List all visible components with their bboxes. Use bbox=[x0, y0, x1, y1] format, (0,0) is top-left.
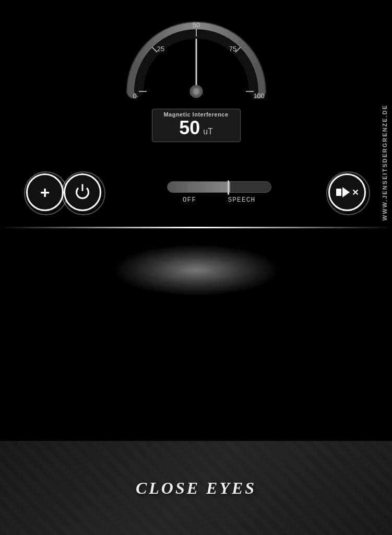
readout-box: Magnetic Interference 50 uT bbox=[152, 109, 241, 142]
power-icon bbox=[74, 184, 91, 201]
toggle-off-label: OFF bbox=[183, 196, 196, 204]
svg-text:100: 100 bbox=[253, 92, 265, 99]
toggle-thumb bbox=[228, 180, 229, 195]
toggle-fill bbox=[168, 182, 230, 192]
svg-text:0: 0 bbox=[133, 92, 136, 99]
volume-icon: ✕ bbox=[336, 187, 359, 197]
readout-value-row: 50 uT bbox=[159, 119, 234, 137]
gauge-svg: 0 25 50 75 100 bbox=[123, 16, 269, 99]
gauge-section: 0 25 50 75 100 Magnetic Interference 50 bbox=[0, 0, 392, 142]
svg-text:75: 75 bbox=[229, 45, 236, 53]
toggle-speech-label: SPEECH bbox=[228, 196, 255, 204]
readout-value: 50 bbox=[179, 119, 200, 137]
plus-icon: + bbox=[40, 184, 50, 201]
gauge-container: 0 25 50 75 100 bbox=[123, 16, 269, 99]
readout-unit: uT bbox=[203, 127, 213, 136]
power-button[interactable] bbox=[64, 173, 101, 211]
controls-section: + OFF SPEECH bbox=[0, 158, 392, 216]
main-container: 0 25 50 75 100 Magnetic Interference 50 bbox=[0, 0, 392, 535]
glow-area bbox=[0, 228, 392, 333]
svg-text:25: 25 bbox=[157, 45, 164, 53]
watermark-text: WWW.JENSEITSDERGRENZE.DE bbox=[382, 104, 388, 220]
glow-blob bbox=[113, 244, 280, 296]
volume-button[interactable]: ✕ bbox=[328, 173, 366, 211]
svg-text:50: 50 bbox=[192, 21, 199, 29]
toggle-track[interactable] bbox=[167, 181, 271, 193]
bottom-banner: CLOSE EYES bbox=[0, 441, 392, 535]
toggle-area: OFF SPEECH bbox=[120, 181, 318, 204]
toggle-labels: OFF SPEECH bbox=[167, 196, 271, 204]
close-eyes-text: CLOSE EYES bbox=[136, 479, 256, 498]
svg-point-12 bbox=[194, 89, 199, 94]
add-button[interactable]: + bbox=[26, 173, 64, 211]
